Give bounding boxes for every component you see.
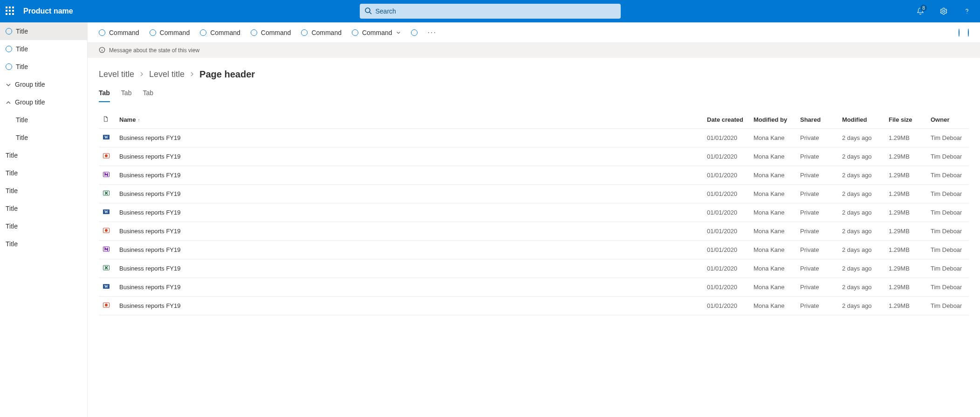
nav-item[interactable]: Title [0, 58, 87, 76]
table-row[interactable]: Business reports FY1901/01/2020Mona Kane… [99, 185, 969, 203]
far-item-icon[interactable] [968, 29, 969, 36]
nav-item-label: Title [16, 45, 28, 53]
cell-name[interactable]: Business reports FY19 [116, 278, 703, 297]
cell-filetype [99, 241, 116, 259]
column-header-label: Modified [842, 116, 867, 123]
cell-name[interactable]: Business reports FY19 [116, 129, 703, 147]
cell-name[interactable]: Business reports FY19 [116, 166, 703, 185]
table-row[interactable]: Business reports FY1901/01/2020Mona Kane… [99, 259, 969, 278]
app-launcher-icon[interactable] [6, 7, 15, 16]
command-button[interactable]: Command [200, 29, 240, 36]
svg-point-2 [943, 10, 945, 13]
svg-point-3 [966, 13, 967, 14]
cell-filetype [99, 166, 116, 185]
table-row[interactable]: WBusiness reports FY1901/01/2020Mona Kan… [99, 203, 969, 222]
tab[interactable]: Tab [121, 86, 132, 102]
column-header-filetype[interactable] [99, 111, 116, 129]
column-header-modified[interactable]: Modified [838, 111, 885, 129]
overflow-button[interactable]: ··· [428, 28, 437, 37]
nav-item[interactable]: Title [0, 217, 87, 235]
word-file-icon: W [103, 133, 110, 141]
far-item-icon[interactable] [959, 29, 959, 36]
cell-modified-by: Mona Kane [750, 241, 796, 259]
nav-sub-item[interactable]: Title [0, 129, 87, 146]
table-row[interactable]: Business reports FY1901/01/2020Mona Kane… [99, 241, 969, 259]
svg-point-22 [105, 304, 108, 306]
cell-owner: Tim Deboar [927, 222, 969, 241]
breadcrumb-item[interactable]: Level title [149, 70, 185, 79]
tab[interactable]: Tab [143, 86, 153, 102]
nav-item-label: Title [16, 63, 28, 70]
nav-item[interactable]: Title [0, 182, 87, 200]
cell-name[interactable]: Business reports FY19 [116, 203, 703, 222]
command-button[interactable]: Command [99, 29, 139, 36]
command-button[interactable]: Command [251, 29, 291, 36]
cell-file-size: 1.29MB [885, 259, 927, 278]
excel-file-icon [103, 264, 110, 271]
circle-icon [301, 29, 308, 36]
svg-point-6 [102, 48, 103, 49]
cell-file-size: 1.29MB [885, 166, 927, 185]
column-header-file_size[interactable]: File size [885, 111, 927, 129]
cell-name[interactable]: Business reports FY19 [116, 222, 703, 241]
settings-button[interactable] [936, 4, 951, 19]
cell-name[interactable]: Business reports FY19 [116, 241, 703, 259]
cell-date-created: 01/01/2020 [703, 259, 750, 278]
nav-item[interactable]: Title [0, 22, 87, 40]
table-row[interactable]: Business reports FY1901/01/2020Mona Kane… [99, 166, 969, 185]
search-box[interactable] [360, 4, 621, 19]
cell-modified-by: Mona Kane [750, 129, 796, 147]
cell-filetype: W [99, 129, 116, 147]
cell-name[interactable]: Business reports FY19 [116, 185, 703, 203]
nav-item[interactable]: Title [0, 146, 87, 164]
circle-icon [411, 29, 418, 36]
nav-item[interactable]: Title [0, 200, 87, 217]
command-icon-button[interactable] [411, 29, 418, 36]
command-button[interactable]: Command [352, 29, 401, 36]
search-input[interactable] [376, 7, 616, 15]
table-row[interactable]: WBusiness reports FY1901/01/2020Mona Kan… [99, 129, 969, 147]
help-button[interactable] [959, 4, 974, 19]
nav-item[interactable]: Title [0, 235, 87, 253]
cell-date-created: 01/01/2020 [703, 166, 750, 185]
cell-name[interactable]: Business reports FY19 [116, 259, 703, 278]
column-header-label: Modified by [754, 116, 787, 123]
breadcrumb-item[interactable]: Level title [99, 70, 134, 79]
cell-modified-by: Mona Kane [750, 297, 796, 315]
table-row[interactable]: Business reports FY1901/01/2020Mona Kane… [99, 147, 969, 166]
column-header-date_created[interactable]: Date created [703, 111, 750, 129]
column-header-shared[interactable]: Shared [796, 111, 838, 129]
cell-name[interactable]: Business reports FY19 [116, 147, 703, 166]
tab[interactable]: Tab [99, 86, 110, 102]
command-button[interactable]: Command [301, 29, 342, 36]
column-header-modified_by[interactable]: Modified by [750, 111, 796, 129]
cell-owner: Tim Deboar [927, 297, 969, 315]
cell-modified-by: Mona Kane [750, 203, 796, 222]
notifications-button[interactable]: 8 [913, 4, 928, 19]
cell-file-size: 1.29MB [885, 222, 927, 241]
nav-item[interactable]: Title [0, 40, 87, 58]
nav-group-header[interactable]: Group title [0, 93, 87, 111]
chevron-down-icon [396, 29, 401, 36]
table-row[interactable]: Business reports FY1901/01/2020Mona Kane… [99, 222, 969, 241]
column-header-label: Owner [931, 116, 949, 123]
table-row[interactable]: WBusiness reports FY1901/01/2020Mona Kan… [99, 278, 969, 297]
command-button[interactable]: Command [150, 29, 190, 36]
search-icon [364, 7, 372, 16]
column-header-owner[interactable]: Owner [927, 111, 969, 129]
cell-owner: Tim Deboar [927, 259, 969, 278]
nav-group-header[interactable]: Group title [0, 76, 87, 93]
cell-file-size: 1.29MB [885, 278, 927, 297]
cell-file-size: 1.29MB [885, 129, 927, 147]
nav-sub-item[interactable]: Title [0, 111, 87, 129]
cell-shared: Private [796, 297, 838, 315]
table-row[interactable]: Business reports FY1901/01/2020Mona Kane… [99, 297, 969, 315]
circle-icon [150, 29, 156, 36]
command-label: Command [210, 29, 240, 36]
svg-line-1 [370, 12, 371, 14]
column-header-name[interactable]: Name↑ [116, 111, 703, 129]
cell-modified: 2 days ago [838, 278, 885, 297]
nav-item[interactable]: Title [0, 164, 87, 182]
cell-owner: Tim Deboar [927, 185, 969, 203]
cell-name[interactable]: Business reports FY19 [116, 297, 703, 315]
